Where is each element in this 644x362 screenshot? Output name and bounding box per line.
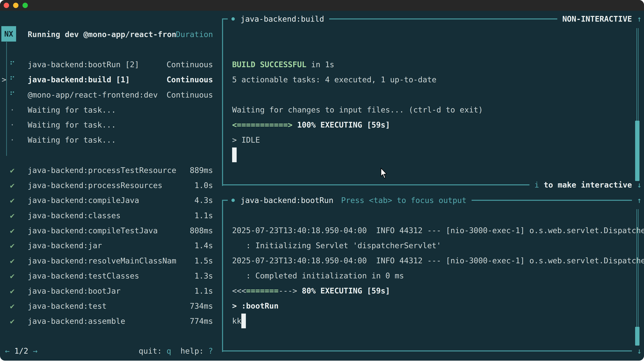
check-icon: ✔ — [8, 256, 16, 265]
bottom-panel-scrollbar-track[interactable] — [636, 209, 638, 327]
task-duration: 1.5s — [194, 256, 213, 265]
sidebar-header: Running dev @mono-app/react-fron Duratio… — [0, 27, 223, 42]
quit-key: q — [166, 347, 171, 356]
waiting-dot-icon: · — [8, 120, 16, 129]
task-label: java-backend:jar — [28, 241, 102, 250]
task-label: java-backend:build [1] — [28, 75, 130, 84]
completed-task-row[interactable]: ✔ java-backend:bootJar 1.1s — [0, 283, 223, 299]
progress-label: 100% EXECUTING [59s] — [292, 120, 390, 129]
task-label: Waiting for task... — [28, 135, 116, 144]
waiting-dot-icon: · — [8, 105, 16, 114]
completed-task-row[interactable]: ✔ java-backend:test 734ms — [0, 298, 223, 314]
interactive-hint-key: i — [534, 180, 539, 189]
check-icon: ✔ — [8, 211, 16, 220]
bottom-panel-bottom-border: ↓ — [222, 343, 644, 359]
completed-task-row[interactable]: ✔ java-backend:processResources 1.0s — [0, 178, 223, 193]
gradle-progress-line: <<<=======---> 80% EXECUTING [59s] — [232, 283, 390, 299]
task-duration: 1.0s — [194, 181, 213, 190]
focus-output-hint: Press <tab> to focus output — [341, 196, 466, 205]
completed-task-row[interactable]: ✔ java-backend:classes 1.1s — [0, 208, 223, 223]
scroll-up-icon[interactable]: ↑ — [637, 196, 642, 205]
help-key: ? — [208, 347, 213, 356]
task-duration: 1.4s — [194, 241, 213, 250]
task-row-build-selected[interactable]: > ⠋ java-backend:build [1] Continuous — [0, 72, 223, 87]
top-panel-scrollbar-thumb[interactable] — [635, 121, 640, 181]
zoom-button[interactable] — [22, 3, 28, 8]
log-line: : Initializing Servlet 'dispatcherServle… — [232, 238, 441, 253]
quit-label: quit: — [139, 347, 162, 356]
key-hints: quit: q help: ? — [139, 347, 213, 356]
app-window: NX Running dev @mono-app/react-fron Dura… — [0, 0, 644, 362]
scroll-up-icon[interactable]: ↑ — [637, 14, 642, 23]
waiting-for-changes-line: Waiting for changes to input files... (c… — [232, 102, 483, 117]
progress-bar: <===========> — [232, 120, 292, 129]
completed-task-row[interactable]: ✔ java-backend:processTestResource 889ms — [0, 163, 223, 178]
top-panel-scrollbar-track[interactable] — [636, 28, 638, 121]
top-panel-border — [222, 18, 228, 186]
page-next-icon[interactable]: → — [33, 347, 38, 356]
task-duration: 889ms — [190, 166, 213, 175]
task-row-waiting-2[interactable]: · Waiting for task... — [0, 117, 223, 133]
task-row-waiting-1[interactable]: · Waiting for task... — [0, 102, 223, 118]
build-time-text: in 1s — [306, 60, 334, 69]
task-row-waiting-3[interactable]: · Waiting for task... — [0, 132, 223, 148]
completed-task-row[interactable]: ✔ java-backend:compileTestJava 808ms — [0, 223, 223, 238]
check-icon: ✔ — [8, 286, 16, 296]
title-rule-line — [329, 18, 557, 19]
idle-status-line: > IDLE — [232, 132, 260, 148]
scroll-down-icon[interactable]: ↓ — [637, 347, 642, 356]
selection-caret-icon: > — [2, 75, 6, 84]
minimize-button[interactable] — [13, 3, 18, 8]
task-label: java-backend:bootJar — [28, 286, 120, 296]
task-row-bootrun[interactable]: ⠋ java-backend:bootRun [2] Continuous — [0, 57, 223, 72]
task-status-dot-icon — [232, 199, 235, 202]
spinner-icon: ⠋ — [8, 60, 16, 69]
task-label: java-backend:resolveMainClassNam — [28, 256, 176, 265]
mode-badge: NON-INTERACTIVE — [562, 14, 632, 23]
progress-bar-fill: ======= — [246, 286, 278, 295]
close-button[interactable] — [4, 3, 9, 8]
interactive-hint-text: to make interactive — [539, 180, 632, 189]
progress-bar-right: ---> — [278, 286, 297, 295]
pager: ← 1/2 → — [5, 347, 38, 356]
bottom-panel-border — [222, 200, 228, 352]
scroll-down-icon[interactable]: ↓ — [637, 180, 642, 189]
top-panel-titlebar: java-backend:build NON-INTERACTIVE ↑ — [222, 11, 644, 27]
title-rule-line — [472, 200, 632, 201]
task-duration: 1.1s — [194, 286, 213, 296]
bottom-panel-title: java-backend:bootRun — [240, 196, 334, 205]
completed-task-row[interactable]: ✔ java-backend:compileJava 4.3s — [0, 193, 223, 208]
task-label: java-backend:assemble — [28, 317, 125, 326]
stdin-input-text: kk — [232, 317, 241, 326]
task-status: Continuous — [166, 60, 213, 69]
task-label: java-backend:classes — [28, 211, 120, 220]
completed-task-row[interactable]: ✔ java-backend:assemble 774ms — [0, 313, 223, 329]
spinner-icon: ⠋ — [8, 75, 16, 84]
check-icon: ✔ — [8, 241, 16, 250]
task-duration: 808ms — [190, 226, 213, 235]
stdin-input-line[interactable]: kk — [232, 313, 246, 329]
task-duration: 1.3s — [194, 271, 213, 280]
log-line: : Completed initialization in 0 ms — [232, 268, 404, 283]
build-successful-text: BUILD SUCCESSFUL — [232, 60, 306, 69]
task-duration: 4.3s — [194, 196, 213, 205]
task-label: Waiting for task... — [28, 105, 116, 114]
waiting-dot-icon: · — [8, 135, 16, 144]
progress-bar-left: <<< — [232, 286, 246, 295]
completed-task-row[interactable]: ✔ java-backend:jar 1.4s — [0, 238, 223, 253]
build-result-line: BUILD SUCCESSFUL in 1s — [232, 57, 334, 72]
task-duration: 734ms — [190, 302, 213, 311]
gradle-progress-line: <===========> 100% EXECUTING [59s] — [232, 117, 390, 133]
bootrun-prompt-line: > :bootRun — [232, 298, 278, 314]
bottom-panel-scrollbar-thumb[interactable] — [635, 327, 640, 346]
task-status: Continuous — [166, 90, 213, 99]
task-row-frontend-dev[interactable]: ⠋ @mono-app/react-frontend:dev Continuou… — [0, 87, 223, 103]
completed-task-row[interactable]: ✔ java-backend:testClasses 1.3s — [0, 268, 223, 284]
terminal-cursor — [241, 314, 246, 328]
bottom-panel-titlebar: java-backend:bootRun Press <tab> to focu… — [222, 193, 644, 208]
terminal-cursor — [232, 147, 237, 162]
completed-task-row[interactable]: ✔ java-backend:resolveMainClassNam 1.5s — [0, 253, 223, 269]
duration-column-header: Duration — [176, 30, 213, 39]
page-prev-icon[interactable]: ← — [5, 347, 10, 356]
log-line: 2025-07-23T13:40:18.950-04:00 INFO 44312… — [232, 223, 644, 238]
